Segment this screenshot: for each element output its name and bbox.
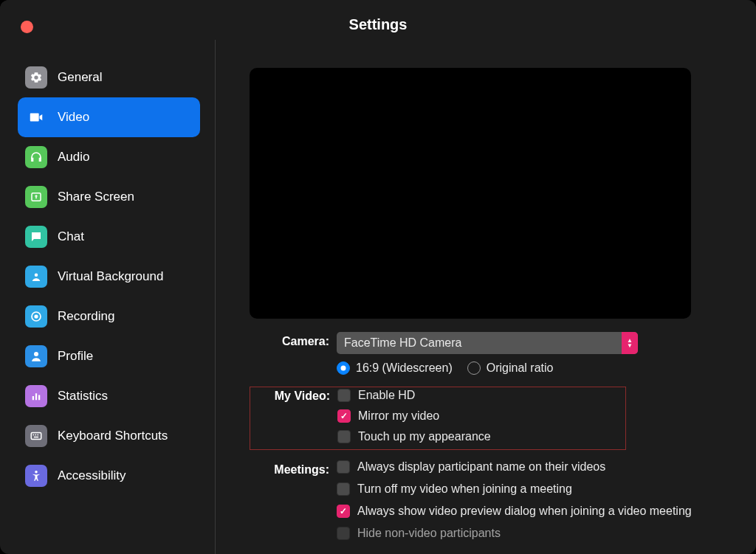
window-title: Settings [0,16,756,33]
keyboard-icon [25,425,47,447]
settings-sidebar: General Video Audio Share Screen [0,40,216,554]
svg-rect-5 [32,396,34,400]
video-preview [250,68,691,319]
sidebar-item-statistics[interactable]: Statistics [18,376,200,416]
sidebar-item-label: Share Screen [58,190,134,204]
checkbox-label: Enable HD [358,389,415,402]
sidebar-item-audio[interactable]: Audio [18,137,200,177]
sidebar-item-label: Audio [58,150,89,165]
sidebar-item-chat[interactable]: Chat [18,217,200,257]
video-camera-icon [25,106,47,128]
camera-label: Camera: [250,332,337,348]
accessibility-icon [25,465,47,487]
radio-icon [337,361,350,375]
my-video-highlight: My Video: Enable HD ✓ Mirror my video [250,387,626,450]
sidebar-item-label: Chat [58,229,84,244]
svg-rect-7 [38,395,40,401]
checkbox-label: Turn off my video when joining a meeting [357,482,572,496]
share-screen-icon [25,186,47,208]
radio-label: Original ratio [487,361,554,375]
svg-rect-11 [38,434,39,436]
checkbox-turn-off-video-on-join[interactable]: Turn off my video when joining a meeting [337,482,734,496]
virtual-background-icon [25,266,47,288]
checkbox-label: Hide non-video participants [357,527,501,540]
my-video-label: My Video: [250,389,337,403]
chat-icon [25,226,47,248]
svg-point-1 [35,274,38,277]
radio-icon [467,361,481,375]
checkbox-icon: ✓ [337,505,350,518]
camera-dropdown[interactable]: FaceTime HD Camera ▲▼ [337,332,638,354]
svg-rect-8 [31,433,41,440]
sidebar-item-accessibility[interactable]: Accessibility [18,456,200,496]
sidebar-item-label: Profile [58,349,93,364]
checkbox-label: Touch up my appearance [358,430,491,443]
sidebar-item-keyboard-shortcuts[interactable]: Keyboard Shortcuts [18,416,200,456]
sidebar-item-label: General [58,70,102,85]
sidebar-item-label: Video [58,110,89,125]
checkbox-touch-up-appearance[interactable]: Touch up my appearance [337,430,622,443]
aspect-ratio-original-radio[interactable]: Original ratio [467,361,554,375]
sidebar-item-label: Accessibility [58,468,126,483]
svg-rect-12 [34,437,38,438]
checkbox-show-video-preview-dialog[interactable]: ✓ Always show video preview dialog when … [337,505,734,518]
checkbox-hide-non-video-participants[interactable]: Hide non-video participants [337,527,734,540]
svg-point-4 [34,352,38,356]
sidebar-item-label: Recording [58,309,115,324]
svg-point-13 [35,471,38,474]
sidebar-item-profile[interactable]: Profile [18,336,200,376]
svg-rect-6 [35,393,37,400]
checkbox-always-display-name[interactable]: Always display participant name on their… [337,460,734,474]
video-settings-panel: Camera: FaceTime HD Camera ▲▼ 16:9 (Wide… [216,40,756,554]
record-icon [25,305,47,328]
sidebar-item-label: Keyboard Shortcuts [58,429,168,443]
checkbox-icon [337,527,350,540]
sidebar-item-label: Virtual Background [58,269,163,284]
gear-icon [25,66,47,89]
titlebar: Settings [0,0,756,40]
checkbox-icon: ✓ [337,409,351,423]
stepper-arrows-icon: ▲▼ [622,332,638,354]
meetings-label: Meetings: [250,460,337,477]
checkbox-icon [337,460,350,474]
sidebar-item-general[interactable]: General [18,58,200,97]
svg-rect-10 [35,434,37,436]
svg-rect-9 [33,434,35,436]
sidebar-item-recording[interactable]: Recording [18,297,200,336]
checkbox-label: Always display participant name on their… [357,460,605,474]
checkbox-icon [337,430,351,443]
sidebar-item-virtual-background[interactable]: Virtual Background [18,257,200,297]
settings-window: Settings General Video Audio [0,0,756,554]
camera-selected-value: FaceTime HD Camera [344,336,461,350]
checkbox-icon [337,389,351,402]
radio-label: 16:9 (Widescreen) [356,361,453,375]
checkbox-mirror-video[interactable]: ✓ Mirror my video [337,409,622,423]
headphones-icon [25,146,47,168]
sidebar-item-share-screen[interactable]: Share Screen [18,177,200,217]
aspect-ratio-widescreen-radio[interactable]: 16:9 (Widescreen) [337,361,453,375]
checkbox-label: Mirror my video [358,409,439,423]
svg-point-3 [34,314,38,318]
checkbox-label: Always show video preview dialog when jo… [357,505,692,518]
checkbox-icon [337,482,350,496]
statistics-icon [25,385,47,407]
sidebar-item-video[interactable]: Video [18,97,200,137]
checkbox-enable-hd[interactable]: Enable HD [337,389,622,402]
profile-icon [25,345,47,367]
sidebar-item-label: Statistics [58,389,108,404]
